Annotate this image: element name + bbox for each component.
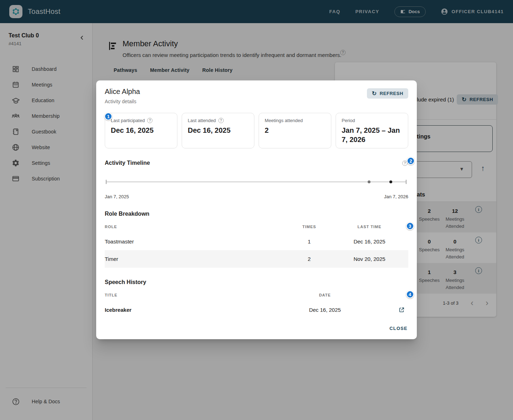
table-row: Icebreaker Dec 16, 2025 bbox=[105, 301, 408, 319]
stat-card-meetings-attended: Meetings attended 2 bbox=[259, 113, 331, 148]
stat-card-label: Last participated bbox=[111, 118, 145, 123]
role-breakdown-section: Role Breakdown ROLE TIMES LAST TIME 3 To… bbox=[105, 211, 408, 268]
slider-track bbox=[106, 182, 406, 182]
close-button[interactable]: CLOSE bbox=[389, 326, 408, 331]
column-last-time: LAST TIME bbox=[331, 225, 408, 229]
stat-card-value: Dec 16, 2025 bbox=[111, 126, 171, 135]
dialog-refresh-button[interactable]: ↻ REFRESH bbox=[367, 88, 408, 99]
help-icon[interactable]: ? bbox=[218, 118, 224, 123]
slider-handle-start[interactable] bbox=[368, 180, 370, 183]
stat-card-label: Meetings attended bbox=[265, 118, 303, 123]
column-title: TITLE bbox=[105, 293, 289, 297]
annotation-badge-4: 4 bbox=[406, 290, 414, 298]
role-times: 2 bbox=[288, 256, 331, 262]
stat-card-label: Last attended bbox=[188, 118, 216, 123]
member-activity-dialog: Alice Alpha Activity details ↻ REFRESH 1… bbox=[96, 80, 417, 339]
column-role: ROLE bbox=[105, 225, 288, 229]
section-title: Speech History bbox=[105, 279, 408, 285]
column-date: DATE bbox=[289, 293, 361, 297]
role-name: Toastmaster bbox=[105, 238, 288, 245]
stat-card-value: Jan 7, 2025 – Jan 7, 2026 bbox=[342, 126, 402, 144]
table-row: Toastmaster 1 Dec 16, 2025 bbox=[105, 233, 408, 250]
section-title: Role Breakdown bbox=[105, 211, 408, 217]
role-name: Timer bbox=[105, 256, 288, 262]
column-times: TIMES bbox=[288, 225, 331, 229]
activity-timeline-section: Activity Timeline ? 2 Jan 7, 2025 Jan 7,… bbox=[105, 160, 408, 199]
dialog-title: Alice Alpha bbox=[105, 88, 140, 96]
dialog-subtitle: Activity details bbox=[105, 99, 140, 104]
speech-date: Dec 16, 2025 bbox=[289, 307, 361, 313]
table-row: Timer 2 Nov 20, 2025 bbox=[105, 250, 408, 268]
speech-table-header: TITLE DATE 4 bbox=[105, 289, 408, 301]
speech-title: Icebreaker bbox=[105, 307, 289, 313]
stat-card-label: Period bbox=[342, 118, 355, 123]
slider-end-tick bbox=[406, 180, 406, 184]
summary-cards: 1 Last participated ? Dec 16, 2025 Last … bbox=[105, 113, 408, 148]
timeline-slider bbox=[105, 178, 408, 185]
open-in-new-icon[interactable] bbox=[399, 307, 405, 313]
stat-card-last-attended: Last attended ? Dec 16, 2025 bbox=[182, 113, 254, 148]
role-table-header: ROLE TIMES LAST TIME 3 bbox=[105, 221, 408, 233]
annotation-badge-3: 3 bbox=[406, 222, 414, 230]
annotation-badge-2: 2 bbox=[407, 157, 415, 165]
stat-card-value: 2 bbox=[265, 126, 325, 135]
stat-card-period: Period Jan 7, 2025 – Jan 7, 2026 bbox=[336, 113, 408, 148]
role-last-time: Dec 16, 2025 bbox=[331, 238, 408, 245]
stat-card-value: Dec 16, 2025 bbox=[188, 126, 248, 135]
role-last-time: Nov 20, 2025 bbox=[331, 256, 408, 262]
annotation-badge-1: 1 bbox=[104, 112, 112, 120]
speech-history-section: Speech History TITLE DATE 4 Icebreaker D… bbox=[105, 279, 408, 319]
help-icon[interactable]: ? bbox=[147, 118, 152, 123]
slider-handle-end[interactable] bbox=[389, 180, 392, 183]
timeline-start-label: Jan 7, 2025 bbox=[105, 194, 129, 199]
refresh-icon: ↻ bbox=[372, 91, 377, 96]
stat-card-last-participated: 1 Last participated ? Dec 16, 2025 bbox=[105, 113, 177, 148]
slider-start-tick bbox=[106, 180, 107, 184]
timeline-end-label: Jan 7, 2026 bbox=[384, 194, 408, 199]
section-title: Activity Timeline bbox=[105, 160, 408, 166]
role-times: 1 bbox=[288, 238, 331, 245]
